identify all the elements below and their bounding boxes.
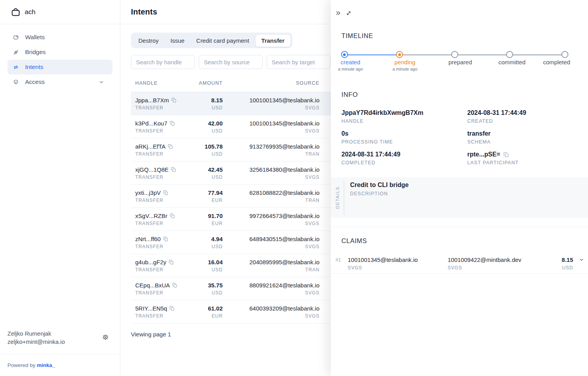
timeline-step-dot-created bbox=[341, 51, 348, 58]
copy-icon[interactable] bbox=[171, 167, 176, 172]
intent-source: 6400393209@teslabank.io bbox=[223, 305, 319, 312]
claim-amount: 8.15 bbox=[562, 256, 573, 263]
section-divider bbox=[331, 227, 588, 227]
column-amount: AMOUNT bbox=[190, 80, 223, 86]
intent-source-symbol: SVGS bbox=[223, 244, 319, 250]
intent-source-symbol: TRAN bbox=[223, 198, 319, 203]
copy-icon[interactable] bbox=[163, 236, 168, 242]
intent-source: 2040895995@teslabank.io bbox=[223, 258, 319, 266]
intent-handle: aRKj...EfTA bbox=[135, 143, 165, 150]
info-value: 2024-08-31 17:44:49 bbox=[467, 109, 526, 117]
intent-handle: zNrt...ff60 bbox=[135, 235, 161, 243]
intent-amount: 61.02 bbox=[190, 305, 223, 312]
tab-transfer[interactable]: Transfer bbox=[255, 34, 291, 47]
sidebar-item-access[interactable]: Access bbox=[7, 74, 113, 89]
sidebar: ach WalletsBridgesIntentsAccess Zeljko R… bbox=[0, 0, 120, 376]
user-name: Zeljko Rumenjak bbox=[7, 329, 109, 338]
intent-type: TRANSFER bbox=[135, 151, 190, 157]
intent-source-symbol: SVGS bbox=[223, 290, 319, 296]
intent-amount: 16.04 bbox=[190, 258, 223, 266]
copy-icon[interactable] bbox=[168, 144, 173, 149]
info-title: INFO bbox=[341, 91, 358, 98]
intent-source-symbol: SVGS bbox=[223, 128, 319, 134]
intent-currency: EUR bbox=[190, 198, 223, 203]
brand: ach bbox=[0, 0, 120, 24]
info-field: 0sPROCESSING TIME bbox=[341, 130, 393, 145]
copy-icon[interactable] bbox=[503, 152, 509, 157]
tab-credit-card-payment[interactable]: Credit card payment bbox=[191, 35, 255, 47]
intent-type: TRANSFER bbox=[135, 174, 190, 180]
intent-amount: 77.94 bbox=[190, 189, 223, 196]
user-email: zeljko+mint@minka.io bbox=[7, 338, 109, 346]
intent-amount: 42.45 bbox=[190, 166, 223, 173]
copy-icon[interactable] bbox=[169, 260, 174, 265]
info-field: transferSCHEMA bbox=[467, 130, 491, 145]
copy-icon[interactable] bbox=[171, 98, 176, 103]
tab-destroy[interactable]: Destroy bbox=[132, 35, 165, 47]
intent-source-symbol: TRAN bbox=[223, 151, 319, 157]
sidebar-item-bridges[interactable]: Bridges bbox=[7, 45, 113, 60]
claim-currency: USD bbox=[562, 265, 573, 271]
info-label: HANDLE bbox=[341, 118, 423, 124]
timeline-step-dot-committed bbox=[506, 51, 513, 58]
collapse-panel-icon[interactable] bbox=[335, 10, 341, 16]
search-by-source-input[interactable] bbox=[199, 55, 263, 69]
info-label: COMPLETED bbox=[341, 160, 400, 165]
info-value: rpte...pSE= bbox=[467, 151, 519, 158]
intent-source-symbol: TRAN bbox=[223, 267, 319, 273]
intent-amount: 8.15 bbox=[190, 96, 223, 104]
intent-source: 3256184380@teslabank.io bbox=[223, 166, 319, 173]
intent-handle: yxti...j3pV bbox=[135, 189, 161, 196]
timeline-step-dot-completed bbox=[561, 51, 568, 58]
intent-amount: 105.78 bbox=[190, 143, 223, 150]
search-by-target-input[interactable] bbox=[267, 55, 330, 69]
copy-icon[interactable] bbox=[169, 306, 174, 311]
timeline-step-time: a minute ago bbox=[338, 67, 363, 71]
sidebar-item-intents[interactable]: Intents bbox=[7, 60, 113, 74]
sidebar-item-label: Access bbox=[25, 78, 45, 85]
copy-icon[interactable] bbox=[163, 190, 168, 195]
intent-handle: xjGQ...1Q8E bbox=[135, 166, 169, 173]
intent-currency: USD bbox=[190, 244, 223, 250]
intent-handle: CEpq...BxUA bbox=[135, 282, 170, 289]
intent-type: TRANSFER bbox=[135, 267, 190, 273]
app: ach WalletsBridgesIntentsAccess Zeljko R… bbox=[0, 0, 588, 376]
plug-icon bbox=[13, 49, 19, 55]
copy-icon[interactable] bbox=[172, 283, 177, 288]
chevron-down-icon bbox=[98, 79, 104, 85]
wallet-icon bbox=[13, 35, 19, 40]
claim-row[interactable]: #11001001345@teslabank.ioSVGS1001009422@… bbox=[331, 249, 588, 274]
minka-link[interactable]: minka_ bbox=[37, 362, 55, 368]
intent-currency: EUR bbox=[190, 221, 223, 227]
search-by-handle-input[interactable] bbox=[131, 55, 195, 69]
sidebar-item-wallets[interactable]: Wallets bbox=[7, 30, 113, 45]
info-value: JppaY7Rd4irkbXwmgB7Xm bbox=[341, 109, 423, 117]
chevron-down-icon[interactable] bbox=[579, 257, 584, 263]
page-title: Intents bbox=[131, 7, 157, 16]
timeline-step-dot-pending bbox=[396, 51, 403, 58]
claims-title: CLAIMS bbox=[341, 237, 367, 245]
intent-type: TRANSFER bbox=[135, 221, 190, 227]
info-label: PROCESSING TIME bbox=[341, 139, 393, 145]
intent-currency: USD bbox=[190, 267, 223, 273]
swap-arrows-icon bbox=[13, 64, 19, 70]
intent-type: TRANSFER bbox=[135, 290, 190, 296]
intent-source: 9132769935@teslabank.io bbox=[223, 143, 319, 150]
expand-panel-icon[interactable] bbox=[346, 10, 352, 16]
copy-icon[interactable] bbox=[170, 213, 175, 218]
info-label: CREATED bbox=[467, 118, 526, 124]
copy-icon[interactable] bbox=[170, 121, 175, 126]
gear-icon[interactable] bbox=[102, 334, 109, 341]
timeline-step-label: created bbox=[341, 59, 360, 65]
intent-amount: 91.70 bbox=[190, 212, 223, 220]
intent-source-symbol: SVGS bbox=[223, 105, 319, 111]
description-label: DESCRIPTION bbox=[350, 191, 408, 196]
info-value: 2024-08-31 17:44:49 bbox=[341, 151, 400, 158]
claim-source-symbol: SVGS bbox=[348, 265, 418, 271]
tab-issue[interactable]: Issue bbox=[165, 35, 191, 47]
details-side-label: DETAILS bbox=[335, 186, 340, 209]
intent-amount: 4.94 bbox=[190, 235, 223, 243]
intent-type: TRANSFER bbox=[135, 198, 190, 203]
intent-source: 6489430515@teslabank.io bbox=[223, 235, 319, 243]
intent-source: 6281088822@teslabank.io bbox=[223, 189, 319, 196]
